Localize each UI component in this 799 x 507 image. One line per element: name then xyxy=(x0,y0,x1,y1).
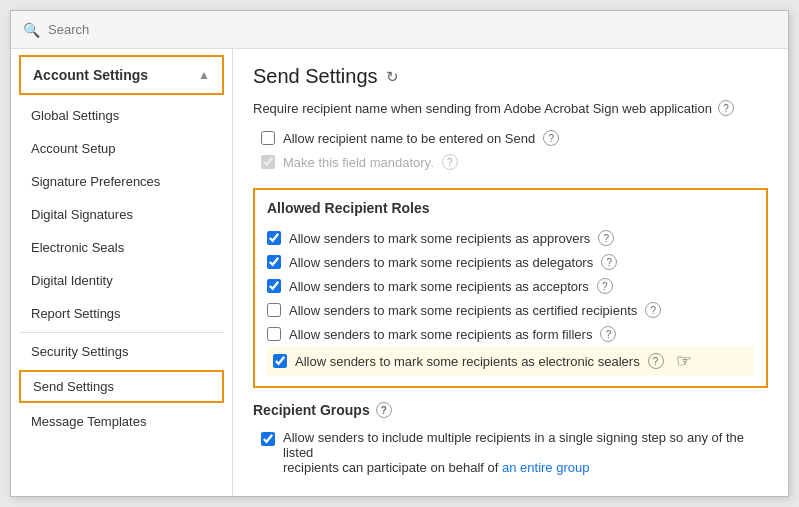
recipient-groups-section: Recipient Groups ? Allow senders to incl… xyxy=(253,402,768,479)
main-area: Account Settings ▲ Global SettingsAccoun… xyxy=(11,49,788,496)
search-input[interactable] xyxy=(48,22,208,37)
role-help-icon-certified-recipients[interactable]: ? xyxy=(645,302,661,318)
role-label-form-fillers: Allow senders to mark some recipients as… xyxy=(289,327,592,342)
recipient-groups-checkbox[interactable] xyxy=(261,432,275,446)
role-help-icon-acceptors[interactable]: ? xyxy=(597,278,613,294)
role-row-electronic-sealers: Allow senders to mark some recipients as… xyxy=(267,346,754,376)
recipient-groups-text: Allow senders to include multiple recipi… xyxy=(283,430,768,475)
allowed-recipient-roles-title: Allowed Recipient Roles xyxy=(267,200,754,216)
role-row-approvers: Allow senders to mark some recipients as… xyxy=(267,226,754,250)
refresh-icon[interactable]: ↻ xyxy=(386,68,399,86)
recipient-groups-title: Recipient Groups ? xyxy=(253,402,768,418)
role-checkbox-electronic-sealers[interactable] xyxy=(273,354,287,368)
recipient-groups-row: Allow senders to include multiple recipi… xyxy=(253,426,768,479)
make-mandatory-help-icon[interactable]: ? xyxy=(442,154,458,170)
sidebar-item-digital-signatures[interactable]: Digital Signatures xyxy=(11,198,232,231)
sidebar-items-container: Global SettingsAccount SetupSignature Pr… xyxy=(11,99,232,438)
recipient-groups-label: Recipient Groups xyxy=(253,402,370,418)
role-label-acceptors: Allow senders to mark some recipients as… xyxy=(289,279,589,294)
require-recipient-section: Require recipient name when sending from… xyxy=(253,100,768,116)
role-help-icon-form-fillers[interactable]: ? xyxy=(600,326,616,342)
role-help-icon-electronic-sealers[interactable]: ? xyxy=(648,353,664,369)
sidebar-item-electronic-seals[interactable]: Electronic Seals xyxy=(11,231,232,264)
chevron-up-icon: ▲ xyxy=(198,68,210,82)
make-mandatory-label: Make this field mandatory. xyxy=(283,155,434,170)
make-mandatory-checkbox[interactable] xyxy=(261,155,275,169)
role-row-certified-recipients: Allow senders to mark some recipients as… xyxy=(267,298,754,322)
allow-recipient-name-checkbox[interactable] xyxy=(261,131,275,145)
content-pane: Send Settings ↻ Require recipient name w… xyxy=(233,49,788,496)
role-label-approvers: Allow senders to mark some recipients as… xyxy=(289,231,590,246)
cursor-hand-icon: ☞ xyxy=(676,350,692,372)
page-title-row: Send Settings ↻ xyxy=(253,65,768,88)
search-bar: 🔍 xyxy=(11,11,788,49)
role-label-electronic-sealers: Allow senders to mark some recipients as… xyxy=(295,354,640,369)
role-label-delegators: Allow senders to mark some recipients as… xyxy=(289,255,593,270)
allowed-recipient-roles-section: Allowed Recipient Roles Allow senders to… xyxy=(253,188,768,388)
sidebar-item-global-settings[interactable]: Global Settings xyxy=(11,99,232,132)
search-icon: 🔍 xyxy=(23,22,40,38)
make-mandatory-row: Make this field mandatory. ? xyxy=(253,150,768,174)
sidebar-item-account-setup[interactable]: Account Setup xyxy=(11,132,232,165)
sidebar-item-report-settings[interactable]: Report Settings xyxy=(11,297,232,330)
role-label-certified-recipients: Allow senders to mark some recipients as… xyxy=(289,303,637,318)
role-checkbox-delegators[interactable] xyxy=(267,255,281,269)
role-row-delegators: Allow senders to mark some recipients as… xyxy=(267,250,754,274)
account-settings-label: Account Settings xyxy=(33,67,148,83)
role-checkbox-form-fillers[interactable] xyxy=(267,327,281,341)
app-window: 🔍 Account Settings ▲ Global SettingsAcco… xyxy=(10,10,789,497)
recipient-groups-help-icon[interactable]: ? xyxy=(376,402,392,418)
sidebar-item-message-templates[interactable]: Message Templates xyxy=(11,405,232,438)
sidebar-item-digital-identity[interactable]: Digital Identity xyxy=(11,264,232,297)
role-help-icon-approvers[interactable]: ? xyxy=(598,230,614,246)
sidebar-item-security-settings[interactable]: Security Settings xyxy=(11,335,232,368)
role-checkbox-certified-recipients[interactable] xyxy=(267,303,281,317)
sidebar-item-send-settings[interactable]: Send Settings xyxy=(19,370,224,403)
role-help-icon-delegators[interactable]: ? xyxy=(601,254,617,270)
sidebar-item-signature-preferences[interactable]: Signature Preferences xyxy=(11,165,232,198)
roles-container: Allow senders to mark some recipients as… xyxy=(267,226,754,376)
sidebar: Account Settings ▲ Global SettingsAccoun… xyxy=(11,49,233,496)
allow-recipient-name-row: Allow recipient name to be entered on Se… xyxy=(253,126,768,150)
require-recipient-label: Require recipient name when sending from… xyxy=(253,101,712,116)
role-row-form-fillers: Allow senders to mark some recipients as… xyxy=(267,322,754,346)
role-checkbox-approvers[interactable] xyxy=(267,231,281,245)
recipient-groups-link[interactable]: an entire group xyxy=(502,460,589,475)
allow-recipient-help-icon[interactable]: ? xyxy=(543,130,559,146)
allow-recipient-name-label: Allow recipient name to be entered on Se… xyxy=(283,131,535,146)
page-title: Send Settings xyxy=(253,65,378,88)
role-row-acceptors: Allow senders to mark some recipients as… xyxy=(267,274,754,298)
account-settings-header[interactable]: Account Settings ▲ xyxy=(19,55,224,95)
role-checkbox-acceptors[interactable] xyxy=(267,279,281,293)
require-recipient-help-icon[interactable]: ? xyxy=(718,100,734,116)
